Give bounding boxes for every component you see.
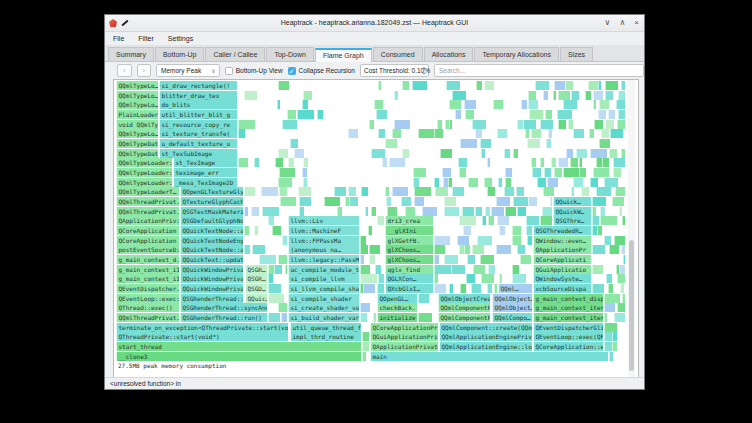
- flame-cell[interactable]: QEventLoop::exec(QFla…: [533, 332, 603, 341]
- flame-cell[interactable]: llvm::legacy::PassM: [288, 255, 359, 264]
- flame-cell[interactable]: QQmlTypeLoader::…: [116, 178, 172, 187]
- flame-root-frame[interactable]: 27.5MB peak memory consumption: [116, 361, 623, 370]
- flame-cell[interactable]: QWindow::even…: [533, 236, 591, 245]
- flame-cell[interactable]: QQmlObject…: [492, 294, 532, 303]
- scrollbar-thumb[interactable]: [629, 240, 634, 371]
- flame-cell[interactable]: si_texture_transfe(: [159, 129, 237, 138]
- flame-cell[interactable]: QSGRenderThread::syncAndRender(Q: [180, 303, 267, 312]
- flame-cell[interactable]: si_draw_rectangle(!: [159, 81, 237, 90]
- flame-cell[interactable]: QQml…: [498, 284, 532, 293]
- flame-cell[interactable]: glXGetFB.: [385, 236, 433, 245]
- flame-cell[interactable]: dri3_crea: [385, 216, 433, 225]
- flame-cell[interactable]: QQmlThreadPrivat.: [116, 313, 179, 322]
- flame-cell[interactable]: si_build_shader_varian: [288, 313, 359, 322]
- title-bar[interactable]: Heaptrack - heaptrack.arianna.182049.zst…: [105, 15, 644, 32]
- tab-top-down[interactable]: Top-Down: [266, 47, 314, 61]
- flame-cell[interactable]: QQmlTypeDat…: [116, 149, 158, 158]
- tab-bottom-up[interactable]: Bottom-Up: [155, 47, 204, 61]
- flame-cell[interactable]: util_queue_thread_func: [290, 323, 361, 332]
- bottom-up-checkbox[interactable]: [225, 67, 233, 75]
- flame-cell[interactable]: QCoreApplication::exec…: [533, 342, 603, 351]
- flame-cell[interactable]: QQmlTypeLo…: [116, 100, 158, 109]
- collapse-recursion-option[interactable]: ✓ Collapse Recursion: [288, 67, 355, 75]
- flame-cell[interactable]: QQmlComponentP…: [438, 303, 490, 312]
- flame-cell[interactable]: QQuickWindowPrivate::upd.: [180, 274, 243, 283]
- flame-cell[interactable]: si_compile_llvm: [288, 274, 359, 283]
- flame-cell[interactable]: QQmlTypeLo…: [116, 129, 158, 138]
- flame-cell[interactable]: QTextureGlyphCache:: [180, 197, 243, 206]
- flame-cell[interactable]: QApplicationPrivate:: [370, 342, 438, 351]
- flame-cell[interactable]: QQuickTextNodeEngine::: [180, 236, 243, 245]
- flame-cell[interactable]: QQuickWindowPrivate::syn(: [180, 284, 243, 293]
- menu-item-file[interactable]: File: [113, 35, 124, 42]
- flame-cell[interactable]: QSGRenderThread::sync(bo(: [180, 294, 243, 303]
- flame-cell[interactable]: util_blitter_blit_g: [159, 110, 237, 119]
- flame-cell[interactable]: QApplicationPriv:: [116, 216, 179, 225]
- tab-consumed[interactable]: Consumed: [373, 47, 423, 61]
- menu-item-filter[interactable]: Filter: [138, 35, 154, 42]
- flame-cell[interactable]: QThread::exec(): [116, 303, 179, 312]
- spinner-arrows-icon[interactable]: ▲▼: [422, 65, 426, 77]
- flame-cell[interactable]: si_create_shader_var: [288, 303, 359, 312]
- flame-cell[interactable]: checkBack.: [377, 303, 417, 312]
- flame-cell[interactable]: g_main_context_iterat: [533, 313, 603, 322]
- flame-cell[interactable]: st_TexSubImage: [159, 149, 237, 158]
- flame-cell[interactable]: QEventLoop::exec:: [116, 294, 179, 303]
- flame-cell[interactable]: QQmlTypeLo…: [116, 81, 158, 90]
- flame-cell[interactable]: PlainLoader:: [116, 110, 158, 119]
- flame-cell[interactable]: QCoreApplicati: [533, 255, 591, 264]
- flame-cell[interactable]: QQmlTypeLoader::…: [116, 158, 172, 167]
- flame-cell[interactable]: QGuiApplicationPriva…: [370, 332, 438, 341]
- flame-cell[interactable]: glXChoos…: [385, 245, 433, 254]
- flame-cell[interactable]: start_thread: [116, 342, 361, 351]
- tab-allocations[interactable]: Allocations: [424, 47, 474, 61]
- flame-cell[interactable]: QQuickTextNode::addTex: [180, 245, 243, 254]
- tab-sizes[interactable]: Sizes: [560, 47, 593, 61]
- flame-cell[interactable]: QOpenGL…: [377, 294, 417, 303]
- flame-cell[interactable]: __glXIni: [385, 226, 433, 235]
- flame-cell[interactable]: QQuick…: [553, 197, 591, 206]
- flame-cell[interactable]: void QQmlTy…: [116, 120, 158, 129]
- flame-cell[interactable]: QOpenGLTextureGlyp…: [180, 187, 243, 196]
- flame-cell[interactable]: llvm::MachineF: [288, 226, 359, 235]
- flame-cell[interactable]: QQuic…: [245, 294, 267, 303]
- flame-cell[interactable]: QQmlTypeLo…: [116, 91, 158, 100]
- flame-cell[interactable]: terminate_on_exception<QThreadPrivate::s…: [116, 323, 288, 332]
- flame-cell[interactable]: llvm::Liv: [288, 216, 359, 225]
- flame-cell[interactable]: QQmlObjectCreato…: [438, 294, 490, 303]
- flame-cell[interactable]: g_main_context_i1: [116, 274, 179, 283]
- cost-type-combobox[interactable]: Memory Peak ∨: [156, 64, 220, 77]
- tab-caller-callee[interactable]: Caller / Callee: [205, 47, 265, 61]
- flame-cell[interactable]: blitter_draw_tex: [159, 91, 237, 100]
- flame-cell[interactable]: QXcbGlxI…: [385, 284, 433, 293]
- flame-cell[interactable]: ac_compile_module_t: [288, 265, 359, 274]
- flame-cell[interactable]: QCoreApplication: [116, 226, 179, 235]
- flame-cell[interactable]: u_default_texture_u: [159, 139, 237, 148]
- flame-cell[interactable]: __clone3: [116, 352, 361, 361]
- back-button[interactable]: ‹: [117, 64, 132, 77]
- flame-cell[interactable]: glXChoos…: [385, 255, 433, 264]
- flame-cell[interactable]: QQmlTypeLoaderT…: [116, 187, 179, 196]
- flame-cell[interactable]: QQmlThreadPrivat.: [116, 207, 179, 216]
- flame-cell[interactable]: si_llvm_compile_shad: [288, 284, 359, 293]
- flame-cell[interactable]: QQmlApplicationEngine::load(QU: [439, 342, 532, 351]
- maximize-button[interactable]: ∧: [619, 15, 625, 31]
- flame-cell[interactable]: g_main_context_i1: [116, 265, 179, 274]
- flame-cell[interactable]: QSGR…: [245, 265, 267, 274]
- cost-threshold-spinbox[interactable]: Cost Threshold: 0.10% ▲▼: [360, 64, 429, 77]
- flame-cell[interactable]: qglx_find: [385, 265, 433, 274]
- tab-summary[interactable]: Summary: [108, 47, 154, 61]
- flame-cell[interactable]: initialize: [377, 313, 417, 322]
- flame-cell[interactable]: QCoreApplicationPriv…: [370, 323, 438, 332]
- flame-cell[interactable]: QQmlObject…: [492, 303, 532, 312]
- flame-cell[interactable]: QSGDefaultGlyphNode::u: [180, 216, 243, 225]
- flame-cell[interactable]: QSGD…: [245, 284, 267, 293]
- flame-cell[interactable]: g_main_context_dispat: [533, 294, 603, 303]
- flame-cell[interactable]: postEventSourceD:: [116, 245, 179, 254]
- flame-cell[interactable]: QQuickW…: [553, 207, 591, 216]
- flame-cell[interactable]: QQmlThreadPrivat.: [116, 197, 179, 206]
- flame-cell[interactable]: QApplicationPr: [533, 245, 591, 254]
- flame-cell[interactable]: QEventDispatcher.: [116, 284, 179, 293]
- search-input[interactable]: [434, 64, 644, 77]
- collapse-recursion-checkbox[interactable]: ✓: [288, 67, 296, 75]
